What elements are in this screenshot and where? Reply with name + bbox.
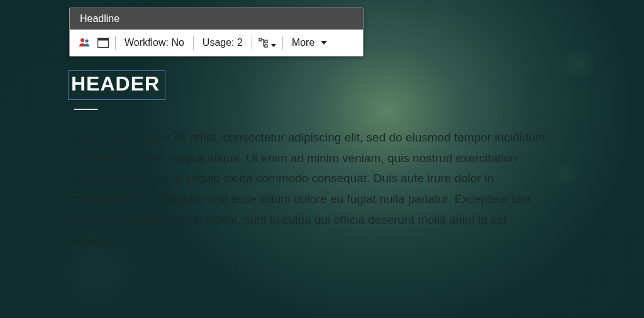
chevron-down-icon [271,44,276,47]
body-paragraph: "Lorem ipsum dolor sit amet, consectetur… [68,128,546,251]
svg-point-1 [85,39,88,42]
header-selection[interactable]: HEADER [68,70,165,100]
toolbar-divider [282,36,283,50]
editor-toolbar: Headline Workflow: No Usage: 2 [69,8,364,57]
page-header: HEADER [71,72,160,96]
workflow-button[interactable]: Workflow: No [122,37,187,48]
svg-rect-5 [265,40,267,43]
users-icon[interactable] [79,37,91,48]
toolbar-title: Headline [70,8,363,30]
toolbar-divider [193,36,194,50]
page-content: HEADER "Lorem ipsum dolor sit amet, cons… [68,70,606,251]
toolbar-divider [115,36,116,50]
window-icon[interactable] [97,38,109,48]
svg-point-0 [80,38,84,42]
more-dropdown[interactable]: More [289,37,327,48]
tree-dropdown[interactable] [258,38,276,48]
toolbar-divider [252,36,252,50]
more-label: More [289,37,317,48]
header-divider [74,109,98,110]
toolbar-actions: Workflow: No Usage: 2 More [70,30,363,56]
usage-button[interactable]: Usage: 2 [200,37,245,48]
svg-rect-4 [259,38,262,41]
tree-icon [258,38,269,48]
chevron-down-icon [321,41,327,45]
svg-rect-6 [265,45,267,47]
svg-rect-3 [98,38,109,41]
